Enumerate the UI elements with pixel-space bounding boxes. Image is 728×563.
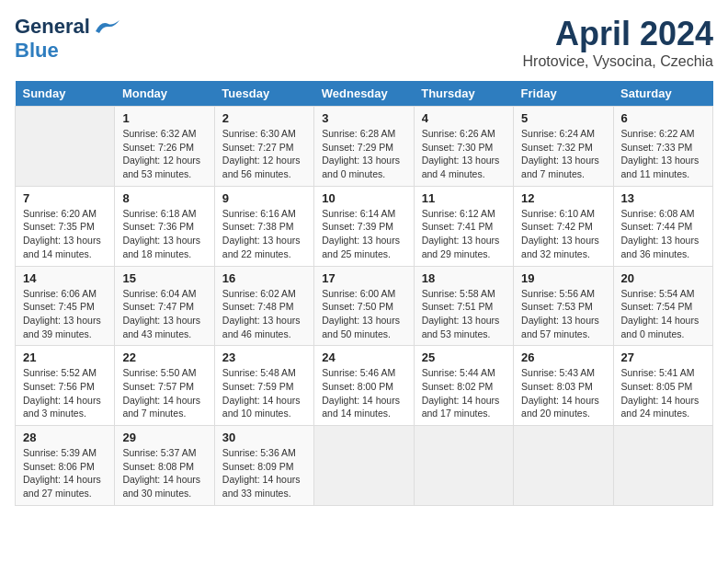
table-row: 13Sunrise: 6:08 AMSunset: 7:44 PMDayligh…	[613, 186, 712, 266]
table-row: 6Sunrise: 6:22 AMSunset: 7:33 PMDaylight…	[613, 107, 712, 187]
calendar-table: Sunday Monday Tuesday Wednesday Thursday…	[15, 81, 713, 506]
table-row: 16Sunrise: 6:02 AMSunset: 7:48 PMDayligh…	[214, 266, 313, 346]
day-info: Sunrise: 5:44 AMSunset: 8:02 PMDaylight:…	[422, 366, 506, 420]
table-row: 18Sunrise: 5:58 AMSunset: 7:51 PMDayligh…	[414, 266, 513, 346]
day-number: 28	[23, 431, 107, 444]
day-info: Sunrise: 6:32 AMSunset: 7:26 PMDaylight:…	[122, 127, 206, 181]
day-number: 21	[23, 350, 107, 364]
day-number: 17	[322, 271, 405, 285]
day-number: 7	[23, 191, 107, 205]
table-row: 26Sunrise: 5:43 AMSunset: 8:03 PMDayligh…	[514, 346, 613, 426]
day-info: Sunrise: 6:24 AMSunset: 7:32 PMDaylight:…	[521, 127, 605, 181]
table-row: 15Sunrise: 6:04 AMSunset: 7:47 PMDayligh…	[115, 266, 214, 346]
day-info: Sunrise: 6:02 AMSunset: 7:48 PMDaylight:…	[222, 287, 306, 341]
day-number: 19	[521, 271, 605, 285]
table-row: 2Sunrise: 6:30 AMSunset: 7:27 PMDaylight…	[214, 107, 313, 187]
table-row: 28Sunrise: 5:39 AMSunset: 8:06 PMDayligh…	[16, 426, 115, 506]
table-row: 11Sunrise: 6:12 AMSunset: 7:41 PMDayligh…	[414, 186, 513, 266]
title-block: April 2024 Hrotovice, Vysocina, Czechia	[523, 15, 714, 70]
day-number: 25	[422, 350, 506, 364]
day-info: Sunrise: 5:41 AMSunset: 8:05 PMDaylight:…	[621, 366, 705, 420]
table-row: 20Sunrise: 5:54 AMSunset: 7:54 PMDayligh…	[613, 266, 712, 346]
table-row: 4Sunrise: 6:26 AMSunset: 7:30 PMDaylight…	[414, 107, 513, 187]
table-row: 19Sunrise: 5:56 AMSunset: 7:53 PMDayligh…	[514, 266, 613, 346]
day-info: Sunrise: 5:46 AMSunset: 8:00 PMDaylight:…	[322, 366, 405, 420]
day-info: Sunrise: 6:18 AMSunset: 7:36 PMDaylight:…	[122, 207, 206, 261]
day-info: Sunrise: 6:08 AMSunset: 7:44 PMDaylight:…	[621, 207, 705, 261]
day-info: Sunrise: 5:37 AMSunset: 8:08 PMDaylight:…	[122, 446, 206, 500]
day-number: 13	[621, 191, 705, 205]
day-number: 20	[621, 271, 705, 285]
day-info: Sunrise: 6:28 AMSunset: 7:29 PMDaylight:…	[322, 127, 405, 181]
day-number: 22	[122, 350, 206, 364]
day-number: 9	[222, 191, 306, 205]
day-info: Sunrise: 5:58 AMSunset: 7:51 PMDaylight:…	[422, 287, 506, 341]
logo-bird-icon	[94, 18, 119, 35]
table-row	[613, 426, 712, 506]
day-number: 15	[122, 271, 206, 285]
calendar-location: Hrotovice, Vysocina, Czechia	[523, 53, 714, 70]
header-sunday: Sunday	[16, 81, 115, 107]
table-row: 22Sunrise: 5:50 AMSunset: 7:57 PMDayligh…	[115, 346, 214, 426]
day-info: Sunrise: 6:16 AMSunset: 7:38 PMDaylight:…	[222, 207, 306, 261]
day-number: 23	[222, 350, 306, 364]
day-number: 10	[322, 191, 405, 205]
table-row: 17Sunrise: 6:00 AMSunset: 7:50 PMDayligh…	[314, 266, 414, 346]
table-row: 12Sunrise: 6:10 AMSunset: 7:42 PMDayligh…	[514, 186, 613, 266]
table-row: 5Sunrise: 6:24 AMSunset: 7:32 PMDaylight…	[514, 107, 613, 187]
day-number: 12	[521, 191, 605, 205]
day-info: Sunrise: 5:56 AMSunset: 7:53 PMDaylight:…	[521, 287, 605, 341]
header-wednesday: Wednesday	[314, 81, 414, 107]
table-row: 8Sunrise: 6:18 AMSunset: 7:36 PMDaylight…	[115, 186, 214, 266]
day-number: 6	[621, 111, 705, 125]
table-row: 24Sunrise: 5:46 AMSunset: 8:00 PMDayligh…	[314, 346, 414, 426]
day-info: Sunrise: 6:30 AMSunset: 7:27 PMDaylight:…	[222, 127, 306, 181]
table-row: 30Sunrise: 5:36 AMSunset: 8:09 PMDayligh…	[214, 426, 313, 506]
header-saturday: Saturday	[613, 81, 712, 107]
table-row: 10Sunrise: 6:14 AMSunset: 7:39 PMDayligh…	[314, 186, 414, 266]
day-number: 8	[122, 191, 206, 205]
table-row	[414, 426, 513, 506]
header-tuesday: Tuesday	[214, 81, 313, 107]
table-row	[16, 107, 115, 187]
day-info: Sunrise: 5:54 AMSunset: 7:54 PMDaylight:…	[621, 287, 705, 341]
calendar-week-row: 21Sunrise: 5:52 AMSunset: 7:56 PMDayligh…	[16, 346, 713, 426]
table-row: 27Sunrise: 5:41 AMSunset: 8:05 PMDayligh…	[613, 346, 712, 426]
day-number: 5	[521, 111, 605, 125]
day-number: 2	[222, 111, 306, 125]
logo-blue-text: Blue	[15, 39, 59, 62]
logo: General Blue	[15, 15, 119, 63]
day-number: 29	[122, 431, 206, 444]
table-row	[314, 426, 414, 506]
day-number: 16	[222, 271, 306, 285]
day-number: 30	[222, 431, 306, 444]
table-row: 7Sunrise: 6:20 AMSunset: 7:35 PMDaylight…	[16, 186, 115, 266]
day-info: Sunrise: 6:00 AMSunset: 7:50 PMDaylight:…	[322, 287, 405, 341]
table-row: 21Sunrise: 5:52 AMSunset: 7:56 PMDayligh…	[16, 346, 115, 426]
day-info: Sunrise: 5:48 AMSunset: 7:59 PMDaylight:…	[222, 366, 306, 420]
page-header: General Blue April 2024 Hrotovice, Vysoc…	[15, 15, 713, 70]
logo-general-text: General	[15, 15, 90, 39]
day-info: Sunrise: 6:04 AMSunset: 7:47 PMDaylight:…	[122, 287, 206, 341]
table-row: 23Sunrise: 5:48 AMSunset: 7:59 PMDayligh…	[214, 346, 313, 426]
header-monday: Monday	[115, 81, 214, 107]
day-number: 18	[422, 271, 506, 285]
calendar-week-row: 1Sunrise: 6:32 AMSunset: 7:26 PMDaylight…	[16, 107, 713, 187]
table-row	[514, 426, 613, 506]
day-info: Sunrise: 6:06 AMSunset: 7:45 PMDaylight:…	[23, 287, 107, 341]
header-thursday: Thursday	[414, 81, 513, 107]
day-info: Sunrise: 5:50 AMSunset: 7:57 PMDaylight:…	[122, 366, 206, 420]
day-info: Sunrise: 5:39 AMSunset: 8:06 PMDaylight:…	[23, 446, 107, 500]
calendar-week-row: 28Sunrise: 5:39 AMSunset: 8:06 PMDayligh…	[16, 426, 713, 506]
day-number: 14	[23, 271, 107, 285]
table-row: 9Sunrise: 6:16 AMSunset: 7:38 PMDaylight…	[214, 186, 313, 266]
table-row: 1Sunrise: 6:32 AMSunset: 7:26 PMDaylight…	[115, 107, 214, 187]
table-row: 29Sunrise: 5:37 AMSunset: 8:08 PMDayligh…	[115, 426, 214, 506]
day-info: Sunrise: 6:26 AMSunset: 7:30 PMDaylight:…	[422, 127, 506, 181]
day-info: Sunrise: 5:36 AMSunset: 8:09 PMDaylight:…	[222, 446, 306, 500]
day-number: 1	[122, 111, 206, 125]
day-info: Sunrise: 6:20 AMSunset: 7:35 PMDaylight:…	[23, 207, 107, 261]
day-number: 3	[322, 111, 405, 125]
day-info: Sunrise: 6:14 AMSunset: 7:39 PMDaylight:…	[322, 207, 405, 261]
day-info: Sunrise: 6:10 AMSunset: 7:42 PMDaylight:…	[521, 207, 605, 261]
